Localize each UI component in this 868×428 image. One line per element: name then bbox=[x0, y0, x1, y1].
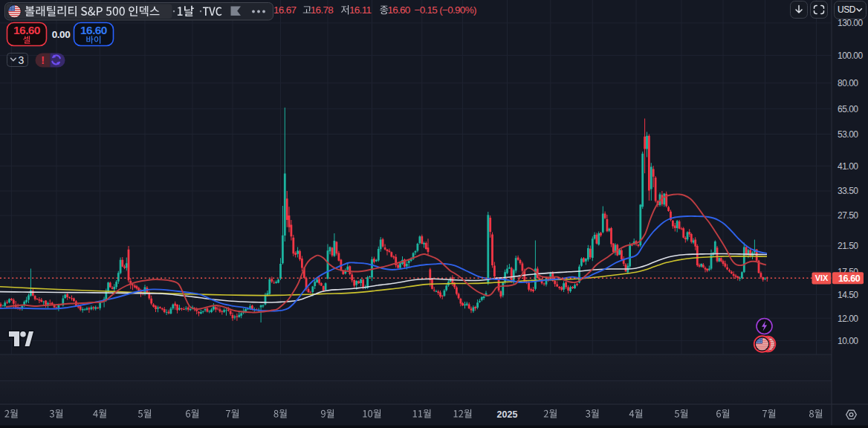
svg-text:10.00: 10.00 bbox=[838, 336, 858, 346]
svg-text:41.00: 41.00 bbox=[838, 161, 858, 172]
svg-text:65.00: 65.00 bbox=[838, 104, 858, 114]
svg-text:16.60: 16.60 bbox=[838, 273, 861, 284]
svg-text:27.50: 27.50 bbox=[838, 210, 858, 221]
svg-text:VIX: VIX bbox=[815, 273, 829, 282]
svg-text:12.00: 12.00 bbox=[838, 314, 858, 324]
svg-text:0.00: 0.00 bbox=[52, 29, 70, 40]
svg-text:2025: 2025 bbox=[497, 409, 518, 420]
svg-text:USD: USD bbox=[838, 4, 856, 15]
svg-text:53.00: 53.00 bbox=[838, 129, 858, 140]
svg-text:−0.15 (−0.90%): −0.15 (−0.90%) bbox=[415, 4, 476, 16]
svg-text:130.00: 130.00 bbox=[838, 18, 864, 28]
svg-text:16.60: 16.60 bbox=[387, 4, 409, 16]
svg-text:21.50: 21.50 bbox=[838, 241, 858, 251]
svg-text:3: 3 bbox=[19, 54, 25, 66]
svg-text:!: ! bbox=[41, 54, 45, 66]
svg-text:100.00: 100.00 bbox=[838, 51, 864, 61]
svg-text:16.60: 16.60 bbox=[13, 24, 40, 36]
svg-text:16.60: 16.60 bbox=[80, 24, 107, 36]
svg-text:16.67: 16.67 bbox=[273, 4, 296, 16]
svg-text:80.00: 80.00 bbox=[838, 78, 858, 88]
svg-text:16.78: 16.78 bbox=[311, 4, 333, 16]
svg-text:33.50: 33.50 bbox=[838, 186, 858, 196]
svg-text:16.11: 16.11 bbox=[349, 4, 371, 16]
svg-text:14.50: 14.50 bbox=[838, 290, 858, 300]
